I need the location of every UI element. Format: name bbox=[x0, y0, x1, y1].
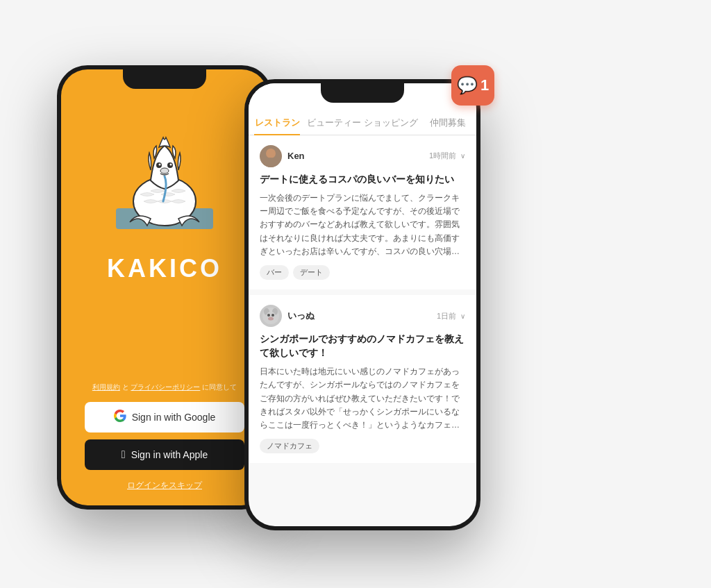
notification-count: 1 bbox=[480, 76, 489, 94]
post-body: 一次会後のデートプランに悩んでまして、クラークキー周辺でご飯を食べる予定なんです… bbox=[260, 192, 465, 258]
apple-icon:  bbox=[122, 449, 126, 460]
notification-badge: 💬 1 bbox=[451, 65, 494, 106]
svg-point-15 bbox=[268, 317, 274, 321]
post-title: デートに使えるコスパの良いバーを知りたい bbox=[260, 173, 465, 187]
post-meta: 1日前 ∨ bbox=[437, 311, 465, 321]
post-card: Ken 1時間前 ∨ デートに使えるコスパの良いバーを知りたい 一次会後のデート… bbox=[249, 135, 476, 290]
chevron-down-icon: ∨ bbox=[460, 152, 465, 160]
post-user: いっぬ bbox=[260, 305, 315, 327]
scene: KAKICO 利用規約 と プライバシーポリシー に同意して bbox=[43, 24, 668, 565]
svg-point-14 bbox=[271, 314, 274, 317]
google-signin-button[interactable]: Sign in with Google bbox=[85, 402, 244, 432]
post-tags: バー デート bbox=[260, 265, 465, 280]
post-card: いっぬ 1日前 ∨ シンガポールでおすすめのノマドカフェを教えて欲しいです！ 日… bbox=[249, 295, 476, 463]
post-list: Ken 1時間前 ∨ デートに使えるコスパの良いバーを知りたい 一次会後のデート… bbox=[249, 135, 476, 526]
chevron-down-icon: ∨ bbox=[460, 312, 465, 320]
username: Ken bbox=[287, 151, 305, 161]
phone-right-inner: レストラン ビューティー ショッピング 仲間募集 bbox=[249, 83, 476, 526]
post-tags: ノマドカフェ bbox=[260, 439, 465, 453]
tag[interactable]: ノマドカフェ bbox=[260, 439, 319, 453]
chat-bubble-icon: 💬 bbox=[457, 76, 478, 95]
tag[interactable]: バー bbox=[260, 265, 289, 280]
skip-login-link[interactable]: ログインをスキップ bbox=[127, 480, 202, 492]
post-body: 日本にいた時は地元にいい感じのノマドカフェがあったんですが、シンガポールならでは… bbox=[260, 365, 465, 432]
svg-point-13 bbox=[267, 314, 270, 317]
post-title: シンガポールでおすすめのノマドカフェを教えて欲しいです！ bbox=[260, 333, 465, 360]
svg-point-6 bbox=[160, 168, 169, 174]
username: いっぬ bbox=[287, 310, 315, 322]
content-screen: レストラン ビューティー ショッピング 仲間募集 bbox=[249, 83, 476, 526]
svg-point-7 bbox=[266, 149, 276, 158]
post-meta: 1時間前 ∨ bbox=[429, 151, 465, 161]
app-title: KAKICO bbox=[107, 254, 222, 283]
phone-left-inner: KAKICO 利用規約 と プライバシーポリシー に同意して bbox=[61, 69, 268, 505]
google-button-label: Sign in with Google bbox=[132, 412, 216, 423]
tab-friends[interactable]: 仲間募集 bbox=[419, 111, 476, 135]
svg-point-5 bbox=[170, 163, 172, 165]
privacy-link[interactable]: プライバシーポリシー bbox=[131, 383, 200, 391]
tag[interactable]: デート bbox=[293, 265, 330, 280]
google-icon bbox=[114, 410, 126, 424]
tab-beauty[interactable]: ビューティー bbox=[306, 111, 362, 135]
post-user: Ken bbox=[260, 145, 305, 167]
time-ago: 1日前 bbox=[437, 311, 456, 321]
svg-point-8 bbox=[263, 158, 278, 167]
phone-left: KAKICO 利用規約 と プライバシーポリシー に同意して bbox=[57, 65, 272, 510]
post-header: いっぬ 1日前 ∨ bbox=[260, 305, 465, 327]
notch-right bbox=[321, 83, 404, 103]
apple-button-label: Sign in with Apple bbox=[131, 449, 208, 460]
login-screen: KAKICO 利用規約 と プライバシーポリシー に同意して bbox=[61, 69, 268, 505]
tab-shopping[interactable]: ショッピング bbox=[362, 111, 419, 135]
svg-point-4 bbox=[159, 163, 161, 165]
merlion-illustration bbox=[102, 111, 227, 243]
terms-text: 利用規約 と プライバシーポリシー に同意して bbox=[92, 383, 237, 392]
avatar bbox=[260, 305, 282, 327]
terms-link[interactable]: 利用規約 bbox=[92, 383, 120, 391]
phone-right: 💬 1 レストラン ビューティー ショッピング 仲間募集 bbox=[244, 79, 480, 530]
notch-left bbox=[123, 69, 206, 89]
time-ago: 1時間前 bbox=[429, 151, 456, 161]
tab-restaurant[interactable]: レストラン bbox=[249, 111, 306, 135]
apple-signin-button[interactable]:  Sign in with Apple bbox=[85, 439, 244, 470]
avatar bbox=[260, 145, 282, 167]
post-header: Ken 1時間前 ∨ bbox=[260, 145, 465, 167]
